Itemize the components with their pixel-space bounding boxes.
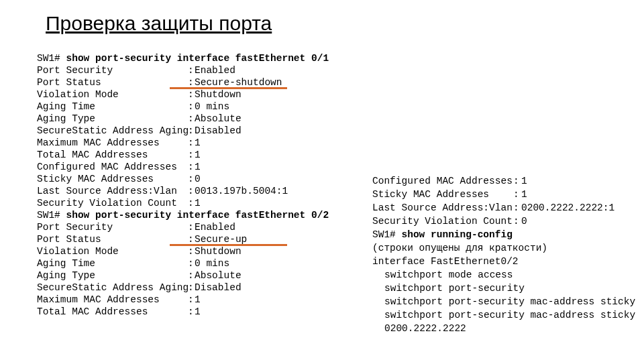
- row-value: 1: [195, 306, 201, 318]
- output-row: Violation Mode: Shutdown: [37, 88, 329, 101]
- row-label: Violation Mode: [37, 245, 188, 257]
- terminal-right: Configured MAC Addresses: 1 Sticky MAC A…: [372, 174, 644, 335]
- output-row: Security Violation Count: 1: [37, 197, 329, 209]
- row-value: Absolute: [195, 113, 241, 125]
- output-row: Last Source Address:Vlan: 0013.197b.5004…: [37, 185, 329, 197]
- row-value: Shutdown: [195, 88, 241, 101]
- row-label: SecureStatic Address Aging: [37, 282, 188, 294]
- row-label: Maximum MAC Addresses: [37, 137, 188, 149]
- output-row: Port Security: Enabled: [37, 221, 329, 233]
- row-label: Sticky MAC Addresses: [37, 173, 188, 185]
- output-row: Total MAC Addresses: 1: [37, 306, 329, 318]
- row-label: Port Security: [37, 64, 188, 76]
- output-row: Configured MAC Addresses: 1: [372, 174, 644, 188]
- row-label: Port Security: [37, 221, 188, 233]
- row-label: Total MAC Addresses: [37, 306, 188, 318]
- row-value: 1: [521, 174, 527, 188]
- row-label: Aging Time: [37, 257, 188, 269]
- row-value: 1: [195, 294, 201, 306]
- row-label: Aging Type: [37, 113, 188, 125]
- row-value: 0: [195, 173, 201, 185]
- prompt: SW1#: [37, 210, 66, 221]
- row-label: Aging Type: [37, 269, 188, 282]
- row-value: 1: [195, 197, 201, 209]
- output-row: Port Status: Secure-up: [37, 233, 329, 245]
- row-value: 1: [195, 137, 201, 149]
- row-label: Last Source Address:Vlan: [372, 201, 513, 215]
- output-row: SecureStatic Address Aging: Disabled: [37, 282, 329, 294]
- row-value: Enabled: [195, 221, 235, 233]
- row-label: Port Status: [37, 233, 188, 245]
- output-row: Last Source Address:Vlan: 0200.2222.2222…: [372, 201, 644, 215]
- config-line: switchport port-security mac-address sti…: [372, 295, 644, 308]
- row-label: Configured MAC Addresses: [372, 174, 513, 188]
- output-row: Maximum MAC Addresses: 1: [37, 137, 329, 149]
- row-value: 0: [521, 215, 527, 228]
- row-value: 1: [195, 149, 201, 161]
- command-line-1: SW1# show port-security interface fastEt…: [37, 52, 329, 64]
- output-row: Aging Type: Absolute: [37, 113, 329, 125]
- output-row: Sticky MAC Addresses: 0: [37, 173, 329, 185]
- page-title: Проверка защиты порта: [46, 12, 272, 35]
- output-row: SecureStatic Address Aging: Disabled: [37, 125, 329, 137]
- row-label: Last Source Address:Vlan: [37, 185, 188, 197]
- row-value: 0013.197b.5004:1: [195, 185, 288, 197]
- output-row: Configured MAC Addresses: 1: [37, 161, 329, 173]
- output-row: Aging Type: Absolute: [37, 269, 329, 282]
- command-text: show port-security interface fastEtherne…: [66, 210, 329, 221]
- row-value: Secure-shutdown: [195, 76, 282, 88]
- row-value: Enabled: [195, 64, 235, 76]
- row-value: 0200.2222.2222:1: [521, 201, 614, 215]
- output-row: Port Security: Enabled: [37, 64, 329, 76]
- row-label: Security Violation Count: [372, 215, 513, 228]
- command-line-2: SW1# show port-security interface fastEt…: [37, 209, 329, 221]
- row-value: Disabled: [195, 282, 241, 294]
- row-label: Total MAC Addresses: [37, 149, 188, 161]
- row-label: SecureStatic Address Aging: [37, 125, 188, 137]
- row-label: Aging Time: [37, 101, 188, 113]
- command-text: show port-security interface fastEtherne…: [66, 53, 329, 64]
- prompt: SW1#: [37, 53, 66, 64]
- output-row: Aging Time: 0 mins: [37, 101, 329, 113]
- output-row: Total MAC Addresses: 1: [37, 149, 329, 161]
- output-row: Aging Time: 0 mins: [37, 257, 329, 269]
- output-row: Violation Mode: Shutdown: [37, 245, 329, 257]
- row-value: 0 mins: [195, 101, 229, 113]
- row-label: Configured MAC Addresses: [37, 161, 188, 173]
- comment-line: (строки опущены для краткости): [372, 241, 644, 255]
- interface-line: interface FastEthernet0/2: [372, 255, 644, 268]
- terminal-left: SW1# show port-security interface fastEt…: [37, 52, 329, 318]
- row-value: Disabled: [195, 125, 241, 137]
- row-value: Shutdown: [195, 245, 241, 257]
- config-line: switchport port-security mac-address sti…: [372, 308, 644, 335]
- row-value: 0 mins: [195, 257, 229, 269]
- output-row: Port Status: Secure-shutdown: [37, 76, 329, 88]
- row-label: Sticky MAC Addresses: [372, 188, 513, 201]
- row-value: Absolute: [195, 269, 241, 282]
- command-text: show running-config: [402, 229, 513, 240]
- row-value: 1: [521, 188, 527, 201]
- output-row: Security Violation Count: 0: [372, 215, 644, 228]
- output-row: Maximum MAC Addresses: 1: [37, 294, 329, 306]
- config-line: switchport mode access: [372, 268, 644, 282]
- row-value: 1: [195, 161, 201, 173]
- output-row: Sticky MAC Addresses: 1: [372, 188, 644, 201]
- row-label: Violation Mode: [37, 88, 188, 101]
- row-label: Port Status: [37, 76, 188, 88]
- row-label: Maximum MAC Addresses: [37, 294, 188, 306]
- command-line-3: SW1# show running-config: [372, 228, 644, 241]
- row-label: Security Violation Count: [37, 197, 188, 209]
- prompt: SW1#: [372, 229, 402, 240]
- row-value: Secure-up: [195, 233, 247, 245]
- config-line: switchport port-security: [372, 282, 644, 295]
